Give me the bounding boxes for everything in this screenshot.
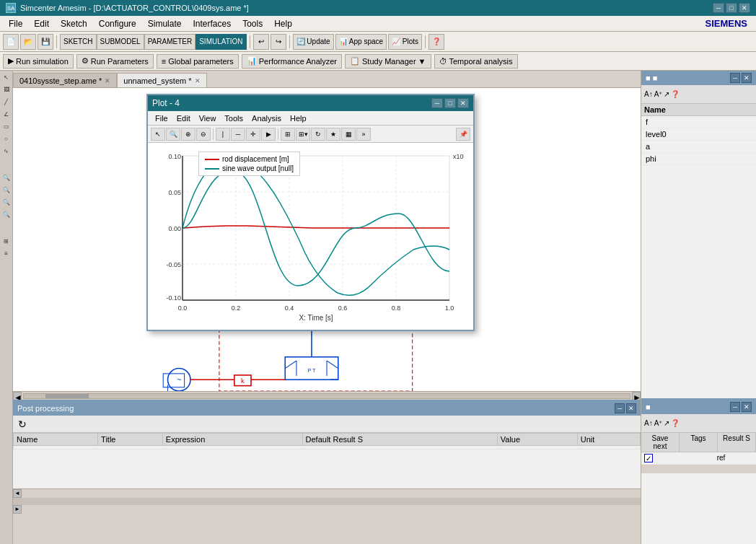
tool-search4[interactable]: 🔍 <box>1 209 12 219</box>
plot-tool-arrow[interactable]: ↖ <box>151 128 165 141</box>
tool-search2[interactable]: 🔍 <box>1 185 12 195</box>
tool-list[interactable]: ≡ <box>1 248 12 258</box>
rb-checkbox[interactable]: ✓ <box>644 454 653 462</box>
pp-scroll-track[interactable] <box>13 498 641 505</box>
run-simulation-btn[interactable]: ▶ Run simulation <box>3 54 74 69</box>
menu-tools[interactable]: Tools <box>237 17 268 30</box>
tool-image[interactable]: 🖼 <box>1 84 12 95</box>
canvas[interactable]: 💧 DRY AIR ~ k <box>13 88 641 391</box>
plot-tool-star[interactable]: ★ <box>326 128 340 141</box>
plot-tool-table[interactable]: ⊞ <box>281 128 295 141</box>
tool-search1[interactable]: 🔍 <box>1 172 12 183</box>
plot-tool-cross[interactable]: ✛ <box>246 128 260 141</box>
toolbar-plots[interactable]: 📈 Plots <box>388 34 422 50</box>
plot-tool-zoom-in[interactable]: ⊕ <box>181 128 195 141</box>
plot-tool-pin[interactable]: 📌 <box>456 128 470 141</box>
tool-rect[interactable]: ▭ <box>1 121 12 131</box>
menu-configure[interactable]: Configure <box>93 17 142 30</box>
right-top-minimize[interactable]: ─ <box>730 73 740 83</box>
menu-file[interactable]: File <box>3 17 28 30</box>
plot-tool-v-line[interactable]: | <box>216 128 230 141</box>
rb-cell-checkbox[interactable]: ✓ <box>644 454 680 462</box>
plot-minimize-btn[interactable]: ─ <box>431 98 443 108</box>
canvas-hscroll[interactable]: ◄ ► <box>13 391 641 400</box>
scroll-thumb[interactable] <box>45 394 89 398</box>
tab-simulation[interactable]: SIMULATION <box>195 34 246 50</box>
toolbar-update[interactable]: 🔄 Update <box>293 34 334 50</box>
plot-tool-refresh[interactable]: ↻ <box>311 128 325 141</box>
tool-line[interactable]: ╱ <box>1 97 12 107</box>
run-parameters-btn[interactable]: ⚙ Run Parameters <box>76 54 154 69</box>
toolbar-new[interactable]: 📄 <box>3 34 19 50</box>
tool-curve[interactable]: ∿ <box>1 146 12 156</box>
pp-refresh-btn[interactable]: ↻ <box>16 418 29 431</box>
tab-parameter[interactable]: PARAMETER <box>144 34 196 50</box>
canvas-tab-1-close[interactable]: ✕ <box>105 77 110 84</box>
plot-menu-tools[interactable]: Tools <box>220 114 247 123</box>
canvas-tab-2-close[interactable]: ✕ <box>195 77 201 84</box>
list-item-phi[interactable]: phi <box>641 153 756 165</box>
right-toolbar-share[interactable]: ↗ <box>664 90 669 98</box>
toolbar-save[interactable]: 💾 <box>38 34 53 50</box>
right-toolbar-help[interactable]: ❓ <box>671 90 680 98</box>
global-parameters-btn[interactable]: ≡ Global parameters <box>157 54 239 69</box>
rb-tool-help[interactable]: ❓ <box>671 419 680 427</box>
plot-menu-analysis[interactable]: Analysis <box>247 114 286 123</box>
performance-analyzer-btn[interactable]: 📊 Performance Analyzer <box>242 54 342 69</box>
plot-menu-view[interactable]: View <box>195 114 221 123</box>
plot-menu-help[interactable]: Help <box>286 114 311 123</box>
plot-tool-grid[interactable]: ⊞▾ <box>296 128 310 141</box>
plot-tool-h-line[interactable]: ─ <box>231 128 245 141</box>
tool-arrow[interactable]: ↖ <box>1 72 12 82</box>
plot-close-btn[interactable]: ✕ <box>457 98 469 108</box>
toolbar-appspace[interactable]: 📊 App space <box>335 34 387 50</box>
plot-tool-more[interactable]: » <box>356 128 371 141</box>
tab-sketch[interactable]: SKETCH <box>60 34 97 50</box>
menu-interfaces[interactable]: Interfaces <box>187 17 237 30</box>
scroll-track[interactable] <box>23 393 630 399</box>
menu-edit[interactable]: Edit <box>28 17 55 30</box>
rb-tool-share[interactable]: ↗ <box>664 419 669 427</box>
pp-hscroll[interactable]: ◄ ► <box>13 488 641 545</box>
rb-tool-a[interactable]: A↑ <box>644 419 653 427</box>
temporal-analysis-btn[interactable]: ⏱ Temporal analysis <box>434 54 518 69</box>
tool-angled[interactable]: ∠ <box>1 109 12 119</box>
plot-menu-edit[interactable]: Edit <box>172 114 195 123</box>
right-top-close[interactable]: ✕ <box>742 73 752 83</box>
tab-submodel[interactable]: SUBMODEL <box>97 34 144 50</box>
list-item-f[interactable]: f <box>641 116 756 128</box>
tool-circle[interactable]: ○ <box>1 133 12 144</box>
toolbar-help[interactable]: ❓ <box>428 34 444 50</box>
menu-help[interactable]: Help <box>268 17 298 30</box>
canvas-tab-1[interactable]: 0410sysste_step.ame * ✕ <box>13 73 117 87</box>
plot-menu-file[interactable]: File <box>151 114 172 123</box>
list-item-level0[interactable]: level0 <box>641 128 756 141</box>
pp-scroll-right[interactable]: ► <box>13 505 22 514</box>
right-toolbar-aa[interactable]: A⁺ <box>654 90 663 98</box>
pp-close-btn[interactable]: ✕ <box>626 403 636 413</box>
right-bottom-minimize[interactable]: ─ <box>730 402 740 412</box>
pp-minimize-btn[interactable]: ─ <box>615 403 625 413</box>
tool-grid[interactable]: ⊞ <box>1 236 12 246</box>
minimize-btn[interactable]: ─ <box>713 3 724 13</box>
rb-tool-aa[interactable]: A⁺ <box>654 419 663 427</box>
menu-sketch[interactable]: Sketch <box>55 17 93 30</box>
scroll-right-btn[interactable]: ► <box>632 392 641 400</box>
tool-search3[interactable]: 🔍 <box>1 197 12 207</box>
plot-tool-zoom-out[interactable]: ⊖ <box>196 128 211 141</box>
toolbar-open[interactable]: 📂 <box>20 34 36 50</box>
maximize-btn[interactable]: □ <box>726 3 737 13</box>
plot-tool-search[interactable]: 🔍 <box>166 128 180 141</box>
canvas-tab-2[interactable]: unnamed_system * ✕ <box>117 73 206 87</box>
right-bottom-close[interactable]: ✕ <box>742 402 752 412</box>
plot-maximize-btn[interactable]: □ <box>444 98 456 108</box>
study-manager-btn[interactable]: 📋 Study Manager ▼ <box>345 54 431 69</box>
toolbar-redo[interactable]: ↪ <box>271 34 286 50</box>
toolbar-undo[interactable]: ↩ <box>253 34 269 50</box>
plot-tool-forward[interactable]: ▶ <box>261 128 276 141</box>
list-item-a[interactable]: a <box>641 141 756 153</box>
scroll-left-btn[interactable]: ◄ <box>13 392 22 400</box>
menu-simulate[interactable]: Simulate <box>142 17 188 30</box>
right-toolbar-a[interactable]: A↑ <box>644 90 653 98</box>
pp-scroll-left[interactable]: ◄ <box>13 489 22 498</box>
